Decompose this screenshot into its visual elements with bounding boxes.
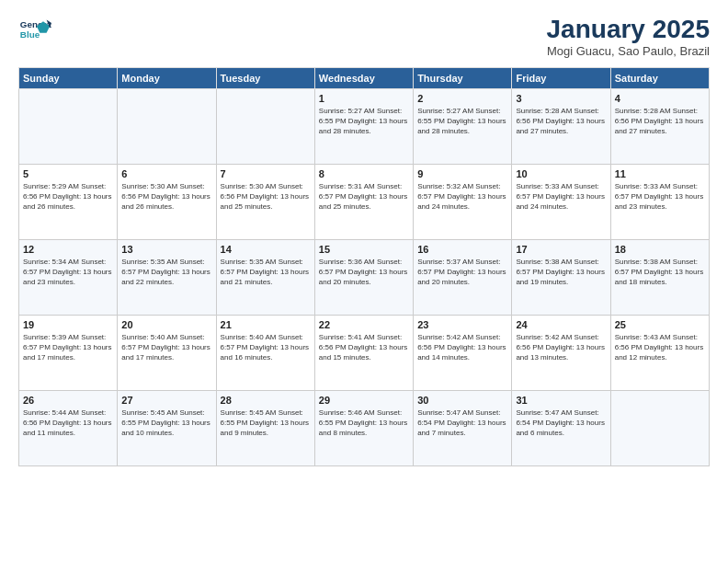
day-number: 14 [221, 244, 311, 255]
header-thursday: Thursday [414, 68, 512, 89]
calendar-cell: 1Sunrise: 5:27 AM Sunset: 6:55 PM Daylig… [314, 89, 413, 165]
day-number: 24 [516, 319, 606, 330]
day-info: Sunrise: 5:38 AM Sunset: 6:57 PM Dayligh… [516, 257, 606, 288]
day-number: 16 [417, 244, 507, 255]
day-number: 10 [516, 168, 606, 179]
calendar-cell: 16Sunrise: 5:37 AM Sunset: 6:57 PM Dayli… [414, 240, 512, 316]
day-info: Sunrise: 5:33 AM Sunset: 6:57 PM Dayligh… [615, 181, 705, 213]
svg-text:Blue: Blue [20, 29, 40, 40]
day-number: 30 [417, 395, 507, 406]
day-info: Sunrise: 5:42 AM Sunset: 6:56 PM Dayligh… [516, 332, 606, 363]
day-info: Sunrise: 5:27 AM Sunset: 6:55 PM Dayligh… [319, 106, 409, 137]
calendar-cell [610, 391, 709, 466]
day-number: 15 [319, 244, 409, 255]
day-number: 2 [417, 93, 507, 104]
calendar-cell [19, 89, 118, 165]
day-info: Sunrise: 5:44 AM Sunset: 6:56 PM Dayligh… [23, 408, 113, 439]
page-container: General Blue January 2025 Mogi Guacu, Sa… [0, 0, 728, 476]
calendar-cell: 10Sunrise: 5:33 AM Sunset: 6:57 PM Dayli… [512, 165, 610, 240]
day-info: Sunrise: 5:45 AM Sunset: 6:55 PM Dayligh… [221, 408, 311, 439]
day-number: 6 [121, 168, 211, 179]
calendar-cell: 25Sunrise: 5:43 AM Sunset: 6:56 PM Dayli… [610, 316, 709, 391]
calendar-cell [118, 89, 216, 165]
day-number: 22 [319, 319, 409, 330]
calendar-week-row: 12Sunrise: 5:34 AM Sunset: 6:57 PM Dayli… [19, 240, 710, 316]
calendar-table: Sunday Monday Tuesday Wednesday Thursday… [18, 67, 710, 466]
calendar-cell: 3Sunrise: 5:28 AM Sunset: 6:56 PM Daylig… [512, 89, 610, 165]
calendar-week-row: 19Sunrise: 5:39 AM Sunset: 6:57 PM Dayli… [19, 316, 710, 391]
calendar-cell: 9Sunrise: 5:32 AM Sunset: 6:57 PM Daylig… [414, 165, 512, 240]
day-number: 3 [516, 93, 606, 104]
day-info: Sunrise: 5:40 AM Sunset: 6:57 PM Dayligh… [221, 332, 311, 363]
calendar-cell: 5Sunrise: 5:29 AM Sunset: 6:56 PM Daylig… [19, 165, 118, 240]
header-sunday: Sunday [19, 68, 118, 89]
header: General Blue January 2025 Mogi Guacu, Sa… [18, 15, 710, 58]
day-number: 9 [417, 168, 507, 179]
day-number: 12 [23, 244, 113, 255]
day-number: 17 [516, 244, 606, 255]
header-tuesday: Tuesday [216, 68, 314, 89]
calendar-cell: 12Sunrise: 5:34 AM Sunset: 6:57 PM Dayli… [19, 240, 118, 316]
calendar-cell: 22Sunrise: 5:41 AM Sunset: 6:56 PM Dayli… [314, 316, 413, 391]
calendar-cell: 14Sunrise: 5:35 AM Sunset: 6:57 PM Dayli… [216, 240, 314, 316]
day-number: 4 [615, 93, 705, 104]
logo: General Blue [18, 15, 51, 48]
day-info: Sunrise: 5:36 AM Sunset: 6:57 PM Dayligh… [319, 257, 409, 288]
calendar-cell: 13Sunrise: 5:35 AM Sunset: 6:57 PM Dayli… [118, 240, 216, 316]
calendar-cell: 31Sunrise: 5:47 AM Sunset: 6:54 PM Dayli… [512, 391, 610, 466]
day-info: Sunrise: 5:46 AM Sunset: 6:55 PM Dayligh… [319, 408, 409, 439]
day-info: Sunrise: 5:27 AM Sunset: 6:55 PM Dayligh… [417, 106, 507, 137]
calendar-cell: 6Sunrise: 5:30 AM Sunset: 6:56 PM Daylig… [118, 165, 216, 240]
calendar-cell: 4Sunrise: 5:28 AM Sunset: 6:56 PM Daylig… [610, 89, 709, 165]
day-number: 8 [319, 168, 409, 179]
calendar-cell: 23Sunrise: 5:42 AM Sunset: 6:56 PM Dayli… [414, 316, 512, 391]
calendar-week-row: 1Sunrise: 5:27 AM Sunset: 6:55 PM Daylig… [19, 89, 710, 165]
title-block: January 2025 Mogi Guacu, Sao Paulo, Braz… [547, 15, 710, 58]
day-info: Sunrise: 5:42 AM Sunset: 6:56 PM Dayligh… [417, 332, 507, 363]
day-number: 19 [23, 319, 113, 330]
calendar-cell: 24Sunrise: 5:42 AM Sunset: 6:56 PM Dayli… [512, 316, 610, 391]
header-friday: Friday [512, 68, 610, 89]
day-number: 20 [121, 319, 211, 330]
day-number: 1 [319, 93, 409, 104]
day-info: Sunrise: 5:43 AM Sunset: 6:56 PM Dayligh… [615, 332, 705, 363]
day-info: Sunrise: 5:30 AM Sunset: 6:56 PM Dayligh… [121, 181, 211, 213]
day-info: Sunrise: 5:47 AM Sunset: 6:54 PM Dayligh… [417, 408, 507, 439]
header-monday: Monday [118, 68, 216, 89]
day-number: 11 [615, 168, 705, 179]
calendar-week-row: 26Sunrise: 5:44 AM Sunset: 6:56 PM Dayli… [19, 391, 710, 466]
day-info: Sunrise: 5:28 AM Sunset: 6:56 PM Dayligh… [516, 106, 606, 137]
day-info: Sunrise: 5:35 AM Sunset: 6:57 PM Dayligh… [121, 257, 211, 288]
day-info: Sunrise: 5:37 AM Sunset: 6:57 PM Dayligh… [417, 257, 507, 288]
day-info: Sunrise: 5:40 AM Sunset: 6:57 PM Dayligh… [121, 332, 211, 363]
day-info: Sunrise: 5:38 AM Sunset: 6:57 PM Dayligh… [615, 257, 705, 288]
calendar-cell: 21Sunrise: 5:40 AM Sunset: 6:57 PM Dayli… [216, 316, 314, 391]
calendar-week-row: 5Sunrise: 5:29 AM Sunset: 6:56 PM Daylig… [19, 165, 710, 240]
calendar-cell: 20Sunrise: 5:40 AM Sunset: 6:57 PM Dayli… [118, 316, 216, 391]
calendar-cell: 15Sunrise: 5:36 AM Sunset: 6:57 PM Dayli… [314, 240, 413, 316]
calendar-subtitle: Mogi Guacu, Sao Paulo, Brazil [547, 44, 710, 58]
day-number: 25 [615, 319, 705, 330]
calendar-cell: 30Sunrise: 5:47 AM Sunset: 6:54 PM Dayli… [414, 391, 512, 466]
calendar-cell: 8Sunrise: 5:31 AM Sunset: 6:57 PM Daylig… [314, 165, 413, 240]
day-info: Sunrise: 5:32 AM Sunset: 6:57 PM Dayligh… [417, 181, 507, 213]
calendar-cell: 7Sunrise: 5:30 AM Sunset: 6:56 PM Daylig… [216, 165, 314, 240]
calendar-cell: 29Sunrise: 5:46 AM Sunset: 6:55 PM Dayli… [314, 391, 413, 466]
day-info: Sunrise: 5:34 AM Sunset: 6:57 PM Dayligh… [23, 257, 113, 288]
day-info: Sunrise: 5:28 AM Sunset: 6:56 PM Dayligh… [615, 106, 705, 137]
calendar-cell: 28Sunrise: 5:45 AM Sunset: 6:55 PM Dayli… [216, 391, 314, 466]
calendar-title: January 2025 [547, 15, 710, 44]
day-number: 5 [23, 168, 113, 179]
calendar-cell: 11Sunrise: 5:33 AM Sunset: 6:57 PM Dayli… [610, 165, 709, 240]
day-number: 27 [121, 395, 211, 406]
day-number: 23 [417, 319, 507, 330]
day-number: 31 [516, 395, 606, 406]
day-info: Sunrise: 5:33 AM Sunset: 6:57 PM Dayligh… [516, 181, 606, 213]
day-number: 21 [221, 319, 311, 330]
day-info: Sunrise: 5:45 AM Sunset: 6:55 PM Dayligh… [121, 408, 211, 439]
header-saturday: Saturday [610, 68, 709, 89]
day-number: 26 [23, 395, 113, 406]
day-info: Sunrise: 5:47 AM Sunset: 6:54 PM Dayligh… [516, 408, 606, 439]
calendar-cell [216, 89, 314, 165]
day-info: Sunrise: 5:30 AM Sunset: 6:56 PM Dayligh… [221, 181, 311, 213]
